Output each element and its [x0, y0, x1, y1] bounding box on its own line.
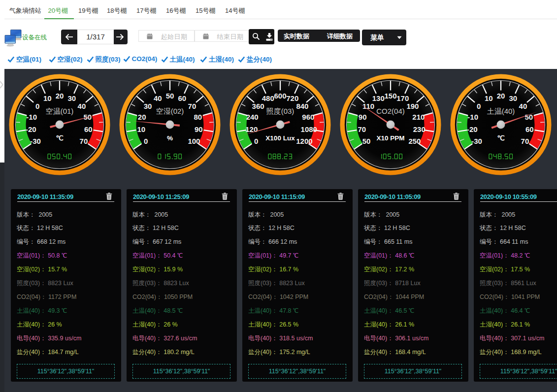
svg-text:90: 90 — [359, 113, 367, 121]
svg-text:30: 30 — [144, 102, 152, 110]
svg-text:30: 30 — [67, 94, 76, 102]
svg-text:80: 80 — [194, 113, 202, 121]
svg-text:-20: -20 — [467, 125, 478, 133]
svg-text:0: 0 — [144, 137, 148, 145]
svg-text:230: 230 — [413, 125, 426, 133]
svg-text:10: 10 — [43, 94, 52, 102]
svg-text:0: 0 — [477, 102, 481, 110]
svg-text:150: 150 — [384, 92, 396, 100]
svg-text:40: 40 — [154, 94, 162, 102]
svg-text:20: 20 — [56, 92, 64, 100]
svg-text:250: 250 — [408, 137, 421, 145]
svg-text:%: % — [167, 134, 173, 142]
svg-text:960: 960 — [302, 113, 314, 121]
svg-text:土温(40): 土温(40) — [487, 107, 515, 115]
svg-text:210: 210 — [412, 113, 425, 121]
svg-text:120: 120 — [245, 125, 258, 133]
svg-text:70: 70 — [358, 125, 366, 133]
svg-text:70: 70 — [188, 102, 197, 110]
svg-text:-10: -10 — [467, 113, 478, 121]
svg-text:50: 50 — [83, 113, 92, 121]
svg-text:100: 100 — [188, 137, 200, 145]
svg-text:10: 10 — [137, 125, 145, 133]
svg-text:600: 600 — [274, 92, 286, 100]
svg-text:50: 50 — [362, 137, 371, 145]
svg-text:空温(01): 空温(01) — [46, 107, 74, 115]
svg-text:50: 50 — [524, 113, 533, 121]
svg-text:1200: 1200 — [296, 137, 312, 145]
svg-text:0: 0 — [35, 102, 39, 110]
svg-text:60: 60 — [178, 94, 186, 102]
svg-text:60: 60 — [525, 125, 534, 133]
svg-text:360: 360 — [252, 102, 264, 110]
svg-text:70: 70 — [80, 137, 88, 145]
svg-text:X10 PPM: X10 PPM — [376, 134, 404, 142]
svg-text:10: 10 — [485, 94, 493, 102]
svg-text:840: 840 — [296, 102, 308, 110]
svg-text:50: 50 — [166, 92, 174, 100]
svg-text:照度(03): 照度(03) — [266, 107, 295, 115]
svg-text:70: 70 — [521, 137, 529, 145]
svg-text:240: 240 — [246, 113, 259, 121]
svg-text:X100 Lux: X100 Lux — [265, 134, 295, 142]
svg-text:-30: -30 — [30, 137, 41, 145]
svg-text:90: 90 — [195, 125, 203, 133]
svg-text:℃: ℃ — [56, 134, 63, 142]
svg-text:110: 110 — [362, 102, 374, 110]
svg-text:40: 40 — [78, 102, 86, 110]
svg-text:1080: 1080 — [301, 125, 317, 133]
svg-text:130: 130 — [372, 94, 385, 102]
svg-text:-10: -10 — [26, 113, 37, 121]
svg-text:30: 30 — [509, 94, 517, 102]
svg-text:480: 480 — [262, 94, 274, 102]
svg-text:190: 190 — [406, 102, 419, 110]
svg-text:℃: ℃ — [497, 134, 504, 142]
svg-text:-20: -20 — [26, 125, 36, 133]
svg-text:CO2(04): CO2(04) — [376, 107, 405, 115]
svg-text:-30: -30 — [471, 137, 482, 145]
svg-text:20: 20 — [138, 113, 146, 121]
svg-text:空湿(02): 空湿(02) — [156, 107, 184, 115]
svg-text:60: 60 — [84, 125, 93, 133]
svg-text:20: 20 — [497, 92, 505, 100]
svg-text:0: 0 — [254, 137, 258, 145]
svg-text:40: 40 — [519, 102, 527, 110]
